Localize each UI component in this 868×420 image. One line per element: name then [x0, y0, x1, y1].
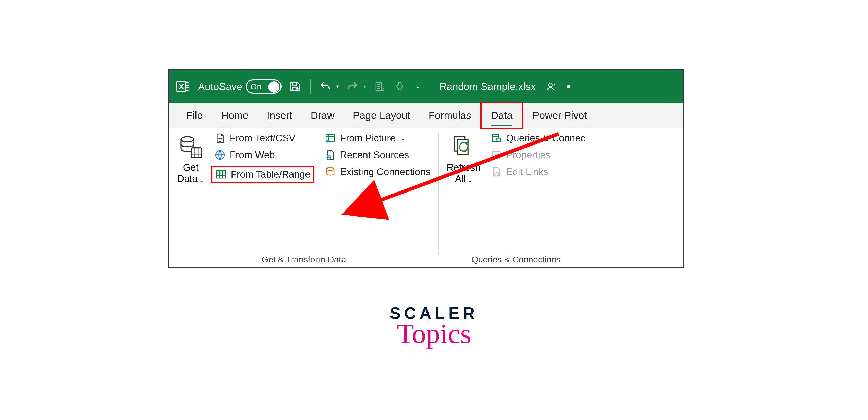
more-dot: • [566, 79, 571, 94]
properties-label: Properties [506, 150, 550, 160]
qat-customize-icon[interactable] [413, 80, 422, 93]
tab-draw[interactable]: Draw [302, 103, 343, 128]
existing-connections-icon [324, 166, 336, 178]
group-caption-queries: Queries & Connections [446, 254, 586, 267]
excel-window: AutoSave On ▾ ▾ [168, 69, 684, 268]
presence-icon[interactable] [545, 80, 558, 93]
chevron-down-icon: ⌄ [401, 134, 406, 142]
tab-data[interactable]: Data [480, 101, 523, 129]
qat-icon-1[interactable] [373, 80, 386, 93]
from-table-range-label: From Table/Range [231, 169, 310, 180]
from-picture-label: From Picture [340, 133, 395, 144]
tab-formulas[interactable]: Formulas [419, 103, 480, 128]
autosave-toggle[interactable]: AutoSave On [198, 80, 281, 94]
from-text-csv-label: From Text/CSV [230, 133, 295, 144]
autosave-state: On [247, 82, 261, 91]
properties-icon [490, 149, 502, 161]
save-icon[interactable] [289, 80, 302, 93]
queries-connections-button[interactable]: Queries & Connec [490, 132, 586, 144]
autosave-label: AutoSave [198, 81, 242, 92]
tab-file[interactable]: File [177, 103, 212, 128]
separator [310, 79, 311, 94]
existing-connections-button[interactable]: Existing Connections [324, 166, 431, 178]
queries-connections-label: Queries & Connec [506, 133, 586, 144]
from-picture-icon [324, 132, 336, 144]
from-web-label: From Web [230, 150, 275, 160]
chevron-down-icon: ⌄ [467, 176, 472, 183]
from-web-button[interactable]: From Web [214, 149, 314, 161]
edit-links-icon [490, 166, 502, 178]
qat-icon-2[interactable] [393, 80, 406, 93]
watermark: SCALER Topics [0, 304, 868, 350]
group-get-transform: Get Data⌄ From Text/CSV [169, 128, 438, 267]
svg-rect-9 [217, 171, 225, 178]
toggle-knob [268, 82, 279, 93]
get-data-label: Get Data⌄ [177, 162, 204, 184]
ribbon-tabs: File Home Insert Draw Page Layout Formul… [169, 103, 683, 128]
queries-connections-icon [490, 132, 502, 144]
svg-rect-17 [497, 138, 501, 142]
redo-icon[interactable] [346, 80, 359, 93]
tab-insert[interactable]: Insert [257, 103, 302, 128]
from-text-csv-button[interactable]: From Text/CSV [214, 132, 314, 144]
title-bar: AutoSave On ▾ ▾ [169, 70, 683, 103]
from-text-csv-icon [214, 132, 226, 144]
svg-rect-2 [292, 87, 298, 91]
svg-point-5 [549, 83, 552, 87]
svg-point-13 [327, 168, 334, 171]
tab-page-layout[interactable]: Page Layout [344, 103, 420, 128]
group-caption-get-transform: Get & Transform Data [177, 254, 431, 267]
recent-sources-label: Recent Sources [340, 150, 409, 160]
refresh-all-icon [451, 134, 476, 159]
undo-icon[interactable] [319, 80, 332, 93]
svg-rect-7 [192, 148, 202, 157]
existing-connections-label: Existing Connections [340, 167, 431, 177]
recent-sources-icon [324, 149, 336, 161]
get-data-icon [178, 134, 204, 159]
chevron-down-icon: ⌄ [199, 176, 204, 183]
tab-power-pivot[interactable]: Power Pivot [523, 103, 596, 128]
from-table-range-icon [215, 168, 227, 181]
refresh-all-button[interactable]: Refresh All⌄ [446, 132, 480, 253]
group-queries-connections: Refresh All⌄ Queries & Connec [439, 128, 593, 267]
svg-point-11 [326, 140, 329, 143]
filename: Random Sample.xlsx [439, 81, 536, 92]
svg-point-6 [181, 137, 194, 142]
ribbon-body: Get Data⌄ From Text/CSV [169, 128, 683, 267]
toggle-track: On [246, 80, 281, 94]
refresh-all-label: Refresh All⌄ [446, 162, 480, 184]
from-picture-button[interactable]: From Picture ⌄ [324, 132, 431, 144]
from-web-icon [214, 149, 226, 161]
excel-logo-icon [176, 79, 191, 94]
svg-rect-1 [292, 83, 297, 85]
edit-links-button[interactable]: Edit Links [490, 166, 586, 178]
recent-sources-button[interactable]: Recent Sources [324, 149, 431, 161]
watermark-line2: Topics [0, 318, 868, 350]
redo-dropdown-icon[interactable]: ▾ [364, 83, 366, 90]
tab-home[interactable]: Home [212, 103, 257, 128]
from-table-range-button[interactable]: From Table/Range [211, 166, 314, 183]
undo-dropdown-icon[interactable]: ▾ [336, 83, 339, 90]
properties-button[interactable]: Properties [490, 149, 586, 161]
get-data-button[interactable]: Get Data⌄ [177, 132, 204, 253]
edit-links-label: Edit Links [506, 167, 548, 177]
